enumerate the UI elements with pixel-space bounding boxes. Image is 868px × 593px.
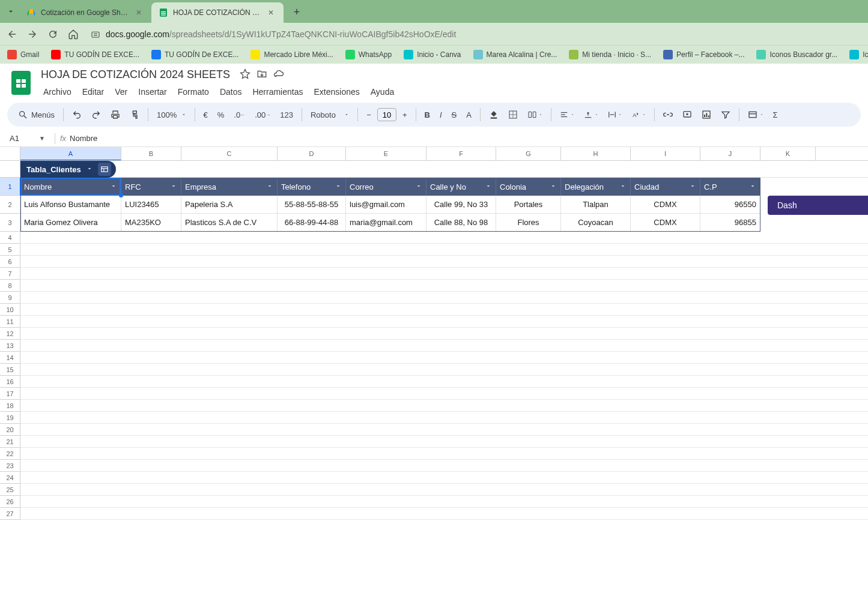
bookmark-item[interactable]: Marea Alcalina | Cre...: [473, 50, 557, 59]
table-cell[interactable]: CDMX: [631, 196, 700, 214]
empty-cell-area[interactable]: [20, 364, 868, 376]
filter-dropdown-icon[interactable]: [415, 182, 422, 191]
table-cell[interactable]: Luis Alfonso Bustamante: [20, 196, 121, 214]
empty-cell-area[interactable]: [20, 412, 868, 424]
decrease-decimal-button[interactable]: .0←: [230, 108, 249, 122]
table-cell[interactable]: 96855: [700, 214, 760, 232]
filter-dropdown-icon[interactable]: [485, 182, 492, 191]
empty-cell-area[interactable]: [20, 508, 868, 520]
h-align-button[interactable]: [556, 108, 578, 122]
table-cell[interactable]: Portales: [496, 196, 561, 214]
empty-cell-area[interactable]: [20, 316, 868, 328]
row-header[interactable]: 3: [0, 214, 20, 232]
url-input[interactable]: docs.google.com/spreadsheets/d/1SyWI1kUT…: [88, 29, 862, 40]
spreadsheet-grid[interactable]: ABCDEFGHIJK Tabla_Clientes 1NombreRFCEmp…: [0, 147, 868, 520]
row-header[interactable]: 8: [0, 280, 20, 292]
table-cell[interactable]: Calle 88, No 98: [426, 214, 496, 232]
sheets-logo[interactable]: [10, 70, 32, 96]
table-cell[interactable]: Tlalpan: [561, 196, 631, 214]
wrap-button[interactable]: [604, 108, 626, 122]
bookmark-item[interactable]: Mi tienda · Inicio · S...: [569, 50, 651, 59]
column-header[interactable]: K: [760, 147, 816, 160]
row-header[interactable]: 25: [0, 484, 20, 496]
filter-dropdown-icon[interactable]: [110, 182, 117, 191]
menu-formato[interactable]: Formato: [173, 85, 214, 99]
table-cell[interactable]: Papeleria S.A: [181, 196, 278, 214]
increase-font-button[interactable]: +: [399, 108, 411, 122]
chevron-down-icon[interactable]: [86, 164, 93, 175]
row-header[interactable]: 2: [0, 196, 20, 214]
empty-cell-area[interactable]: [20, 268, 868, 280]
select-all-corner[interactable]: [0, 147, 20, 160]
empty-cell-area[interactable]: [20, 424, 868, 436]
close-icon[interactable]: ✕: [268, 8, 276, 17]
bookmark-item[interactable]: TU GODÍN DE EXCE...: [51, 50, 139, 59]
rotate-button[interactable]: A: [628, 108, 649, 122]
functions-button[interactable]: Σ: [769, 108, 782, 122]
menu-ver[interactable]: Ver: [110, 85, 132, 99]
row-header[interactable]: 13: [0, 340, 20, 352]
link-button[interactable]: [660, 107, 676, 122]
menu-editar[interactable]: Editar: [77, 85, 109, 99]
browser-tab-active[interactable]: HOJA DE COTIZACIÓN 2024 SH ✕: [151, 2, 284, 23]
tab-list-dropdown[interactable]: [2, 3, 19, 20]
empty-cell-area[interactable]: [20, 400, 868, 412]
close-icon[interactable]: ✕: [136, 8, 144, 17]
row-header[interactable]: 9: [0, 292, 20, 304]
comment-button[interactable]: [679, 107, 696, 122]
fill-handle[interactable]: [119, 193, 123, 197]
table-column-header[interactable]: RFC: [121, 178, 181, 196]
redo-button[interactable]: [88, 107, 105, 122]
menu-herramientas[interactable]: Herramientas: [247, 85, 308, 99]
empty-cell-area[interactable]: [20, 244, 868, 256]
home-button[interactable]: [67, 28, 79, 40]
filter-dropdown-icon[interactable]: [170, 182, 177, 191]
reload-button[interactable]: [47, 28, 59, 40]
row-header[interactable]: 12: [0, 328, 20, 340]
filter-dropdown-icon[interactable]: [550, 182, 557, 191]
row-header[interactable]: 6: [0, 256, 20, 268]
percent-button[interactable]: %: [214, 108, 228, 122]
table-cell[interactable]: CDMX: [631, 214, 700, 232]
print-button[interactable]: [107, 107, 124, 122]
table-column-header[interactable]: Ciudad: [631, 178, 700, 196]
empty-cell-area[interactable]: [20, 328, 868, 340]
table-cell[interactable]: maria@gmail.com: [346, 214, 426, 232]
forward-button[interactable]: [26, 28, 38, 40]
chart-button[interactable]: [698, 107, 715, 122]
table-view-button[interactable]: [744, 107, 767, 122]
empty-cell-area[interactable]: [20, 340, 868, 352]
bookmark-item[interactable]: TU GODÍN De EXCE...: [151, 50, 238, 59]
empty-cell-area[interactable]: [20, 496, 868, 508]
increase-decimal-button[interactable]: .00→: [251, 108, 274, 122]
table-column-header[interactable]: Correo: [346, 178, 426, 196]
row-header[interactable]: 1: [0, 178, 20, 196]
row-header[interactable]: 10: [0, 304, 20, 316]
menu-extensiones[interactable]: Extensiones: [309, 85, 364, 99]
menu-ayuda[interactable]: Ayuda: [366, 85, 399, 99]
empty-cell-area[interactable]: [20, 232, 868, 244]
zoom-select[interactable]: 100%: [153, 108, 189, 122]
table-cell[interactable]: Plasticos S.A de C.V: [181, 214, 278, 232]
bookmark-item[interactable]: Iconos gratis PNG, I...: [849, 50, 868, 59]
empty-cell-area[interactable]: [20, 292, 868, 304]
column-header[interactable]: C: [181, 147, 278, 160]
bookmark-item[interactable]: WhatsApp: [345, 50, 392, 59]
row-header[interactable]: 21: [0, 436, 20, 448]
more-formats-button[interactable]: 123: [276, 108, 297, 122]
column-header[interactable]: I: [631, 147, 700, 160]
row-header[interactable]: 16: [0, 376, 20, 388]
italic-button[interactable]: I: [436, 108, 446, 122]
table-column-header[interactable]: Calle y No: [426, 178, 496, 196]
bold-button[interactable]: B: [421, 108, 434, 122]
table-cell[interactable]: 96550: [700, 196, 760, 214]
row-header[interactable]: 27: [0, 508, 20, 520]
borders-button[interactable]: [505, 107, 521, 122]
bookmark-item[interactable]: Perfil – Facebook –...: [663, 50, 744, 59]
cloud-icon[interactable]: [273, 68, 284, 82]
empty-cell-area[interactable]: [20, 436, 868, 448]
bookmark-item[interactable]: Gmail: [7, 50, 39, 59]
table-cell[interactable]: 55-88-55-88-55: [278, 196, 346, 214]
strike-button[interactable]: S: [448, 108, 461, 122]
row-header[interactable]: 15: [0, 364, 20, 376]
